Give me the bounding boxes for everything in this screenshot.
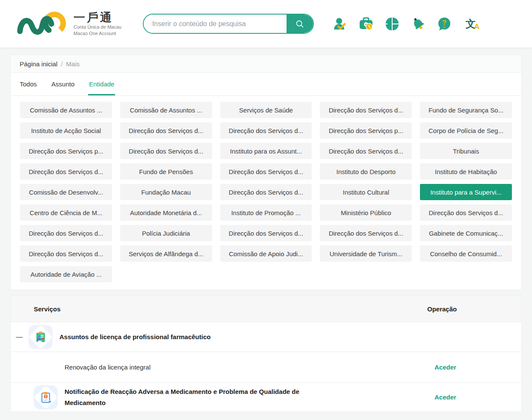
brand-name-en: Macao One Account bbox=[74, 30, 121, 37]
entity-button[interactable]: Serviços de Alfândega d... bbox=[120, 245, 212, 262]
entity-button[interactable]: Gabinete de Comunicaç... bbox=[420, 225, 512, 241]
entity-button[interactable]: Fundo de Pensões bbox=[120, 163, 212, 180]
entity-button[interactable]: Direcção dos Serviços d... bbox=[320, 102, 412, 118]
brand-name-pt: Conta Única de Macau bbox=[74, 24, 121, 30]
entity-button[interactable]: Direcção dos Serviços d... bbox=[120, 122, 212, 139]
entity-button[interactable]: Direcção dos Serviços d... bbox=[20, 245, 112, 262]
entity-button[interactable]: Comissão de Apoio Judi... bbox=[220, 245, 312, 262]
language-icon[interactable]: 文 A bbox=[463, 17, 482, 31]
services-table-header: Serviços Operação bbox=[11, 296, 521, 322]
entity-button[interactable]: Autoridade Monetária d... bbox=[120, 204, 212, 221]
entity-button[interactable]: Direcção dos Serviços d... bbox=[220, 163, 312, 180]
entity-button[interactable]: Direcção dos Serviços d... bbox=[320, 143, 412, 159]
entity-button[interactable]: Direcção dos Serviços d... bbox=[320, 225, 412, 241]
entity-button[interactable]: Conselho de Consumid... bbox=[420, 245, 512, 262]
entity-button[interactable]: Comissão de Desenvolv... bbox=[20, 184, 112, 200]
bell-icon[interactable] bbox=[411, 17, 426, 31]
tab-todos[interactable]: Todos bbox=[20, 73, 37, 95]
breadcrumb-separator: / bbox=[61, 60, 62, 68]
entity-button[interactable]: Direcção dos Serviços d... bbox=[220, 184, 312, 200]
breadcrumb-current: Mais bbox=[66, 60, 80, 68]
entity-button[interactable]: Instituto para os Assunt... bbox=[220, 143, 312, 159]
apps-clover-icon[interactable] bbox=[385, 17, 399, 31]
aceder-link[interactable]: Aceder bbox=[434, 393, 456, 401]
mo-logo-icon bbox=[16, 8, 68, 40]
service-group-row: Notificação de Reacção Adversa a Medicam… bbox=[11, 382, 521, 411]
service-sub-row: Renovação da licença integral Aceder bbox=[11, 352, 521, 382]
column-header-operacao: Operação bbox=[414, 305, 521, 313]
briefcase-clock-icon[interactable] bbox=[359, 17, 373, 31]
search-button[interactable] bbox=[287, 15, 313, 33]
entity-button[interactable]: Polícia Judiciária bbox=[120, 225, 212, 241]
entity-button[interactable]: Universidade de Turism... bbox=[320, 245, 412, 262]
entity-button[interactable]: Direcção dos Serviços d... bbox=[120, 143, 212, 159]
service-group-title: Notificação de Reacção Adversa a Medicam… bbox=[65, 386, 304, 408]
help-icon[interactable]: ? bbox=[437, 17, 452, 31]
search-icon bbox=[295, 19, 304, 29]
service-group-row: — Assuntos de licença de profissional bbox=[11, 322, 521, 352]
breadcrumb: Página inicial / Mais bbox=[10, 55, 522, 73]
search-bar bbox=[143, 14, 314, 34]
entity-button[interactable]: Instituto de Habitação bbox=[420, 163, 512, 180]
header: 一戶通 Conta Única de Macau Macao One Accou… bbox=[0, 0, 532, 48]
entity-button[interactable]: Ministério Público bbox=[320, 204, 412, 221]
brand-name-cn: 一戶通 bbox=[74, 11, 121, 24]
header-icons: ? 文 A bbox=[333, 17, 482, 31]
pharmacist-license-icon bbox=[29, 325, 53, 349]
entity-button[interactable]: Direcção dos Serviços p... bbox=[20, 143, 112, 159]
entity-button[interactable]: Direcção dos Serviços d... bbox=[220, 225, 312, 241]
entity-button[interactable]: Fundo de Segurança So... bbox=[420, 102, 512, 118]
entity-button[interactable]: Instituto Cultural bbox=[320, 184, 412, 200]
filter-panel: Todos Assunto Entidade Comissão de Assun… bbox=[10, 73, 522, 290]
brand-text: 一戶通 Conta Única de Macau Macao One Accou… bbox=[74, 11, 121, 37]
entity-button[interactable]: Direcção dos Serviços d... bbox=[420, 204, 512, 221]
breadcrumb-home-link[interactable]: Página inicial bbox=[20, 60, 57, 68]
entity-button[interactable]: Serviços de Saúde bbox=[220, 102, 312, 118]
collapse-toggle[interactable]: — bbox=[11, 333, 29, 341]
entity-button[interactable]: Direcção dos Serviços p... bbox=[320, 122, 412, 139]
entity-button[interactable]: Direcção dos Serviços d... bbox=[20, 225, 112, 241]
tab-assunto[interactable]: Assunto bbox=[51, 73, 74, 95]
services-table: Serviços Operação — bbox=[10, 296, 522, 412]
search-input[interactable] bbox=[144, 15, 287, 33]
page-content: Página inicial / Mais Todos Assunto Enti… bbox=[0, 48, 532, 412]
entity-button-selected[interactable]: Instituto para a Supervi... bbox=[420, 184, 512, 200]
user-check-icon[interactable] bbox=[333, 17, 347, 31]
service-name: Renovação da licença integral bbox=[65, 364, 151, 371]
entity-button[interactable]: Instituto de Acção Social bbox=[20, 122, 112, 139]
entity-button[interactable]: Direcção dos Serviços d... bbox=[220, 122, 312, 139]
entity-button[interactable]: Instituto do Desporto bbox=[320, 163, 412, 180]
entity-grid: Comissão de Assuntos ...Comissão de Assu… bbox=[11, 96, 521, 290]
svg-text:?: ? bbox=[442, 19, 446, 27]
entity-button[interactable]: Centro de Ciência de M... bbox=[20, 204, 112, 221]
service-group-title: Assuntos de licença de profissional farm… bbox=[59, 331, 210, 343]
logo[interactable]: 一戶通 Conta Única de Macau Macao One Accou… bbox=[16, 8, 121, 40]
entity-button[interactable]: Tribunais bbox=[420, 143, 512, 159]
entity-button[interactable]: Instituto de Promoção ... bbox=[220, 204, 312, 221]
aceder-link[interactable]: Aceder bbox=[434, 364, 456, 371]
entity-button[interactable]: Comissão de Assuntos ... bbox=[20, 102, 112, 118]
column-header-servicos: Serviços bbox=[11, 305, 414, 313]
adverse-reaction-icon bbox=[34, 385, 58, 409]
language-latin-glyph: A bbox=[474, 23, 479, 31]
entity-button[interactable]: Autoridade de Aviação ... bbox=[20, 266, 112, 282]
entity-button[interactable]: Fundação Macau bbox=[120, 184, 212, 200]
entity-button[interactable]: Comissão de Assuntos ... bbox=[120, 102, 212, 118]
entity-button[interactable]: Direcção dos Serviços d... bbox=[20, 163, 112, 180]
entity-button[interactable]: Corpo de Polícia de Seg... bbox=[420, 122, 512, 139]
tab-entidade[interactable]: Entidade bbox=[89, 73, 114, 95]
filter-tabs: Todos Assunto Entidade bbox=[11, 73, 521, 96]
